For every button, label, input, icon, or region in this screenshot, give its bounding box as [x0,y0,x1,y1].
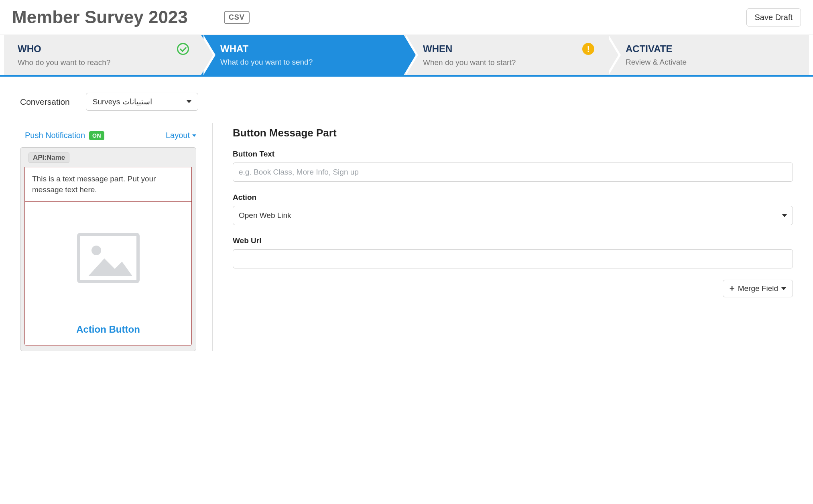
button-message-part[interactable]: Action Button [25,314,191,345]
step-subtitle: Review & Activate [626,58,797,67]
save-draft-button[interactable]: Save Draft [746,8,801,26]
step-title: ACTIVATE [626,43,672,55]
step-subtitle: Who do you want to reach? [18,58,189,67]
warning-circle-icon: ! [582,43,594,55]
conversation-label: Conversation [20,97,70,107]
page-title: Member Survey 2023 [12,7,188,27]
push-notification-link[interactable]: Push Notification [25,131,85,140]
push-on-badge: ON [89,131,104,140]
chevron-down-icon [192,134,196,137]
button-text-field: Button Text [233,150,793,182]
layout-dropdown[interactable]: Layout [166,131,196,140]
step-title: WHEN [423,43,452,55]
plus-icon: + [730,284,735,293]
message-preview-card: API:Name This is a text message part. Pu… [20,147,196,351]
step-subtitle: What do you want to send? [220,58,392,67]
step-title: WHAT [220,43,248,55]
form-column: Button Message Part Button Text Action O… [213,123,793,351]
svg-point-1 [91,246,101,255]
layout-label: Layout [166,131,190,140]
page-header: Member Survey 2023 CSV Save Draft [0,0,813,35]
web-url-input[interactable] [233,249,793,268]
image-message-part[interactable] [25,202,191,314]
action-button-label: Action Button [76,324,140,335]
merge-field-label: Merge Field [738,284,778,293]
action-select[interactable]: Open Web Link [233,206,793,225]
step-title: WHO [18,43,41,55]
conversation-row: Conversation Surveys استبيانات [0,77,813,119]
csv-button[interactable]: CSV [224,11,250,24]
step-who[interactable]: WHO Who do you want to reach? [4,35,201,75]
step-what[interactable]: WHAT What do you want to send? [201,35,404,75]
panel-title: Button Message Part [233,127,793,139]
svg-marker-2 [88,258,132,276]
preview-column: Push Notification ON Layout API:Name Thi… [20,123,213,351]
button-text-label: Button Text [233,150,793,159]
web-url-field: Web Url [233,236,793,268]
step-nav: WHO Who do you want to reach? WHAT What … [0,35,813,77]
merge-field-button[interactable]: + Merge Field [723,280,793,297]
action-selected: Open Web Link [239,211,291,220]
action-label: Action [233,193,793,202]
conversation-select[interactable]: Surveys استبيانات [86,93,198,111]
api-name-badge[interactable]: API:Name [28,152,69,163]
chevron-down-icon [782,214,787,217]
image-placeholder-icon [76,232,140,284]
step-activate[interactable]: ACTIVATE Review & Activate [606,35,809,75]
button-text-input[interactable] [233,163,793,182]
main-area: Push Notification ON Layout API:Name Thi… [0,119,813,367]
action-field: Action Open Web Link [233,193,793,225]
step-subtitle: When do you want to start? [423,58,594,67]
chevron-down-icon [781,287,786,290]
chevron-down-icon [187,100,191,103]
step-when[interactable]: WHEN ! When do you want to start? [404,35,606,75]
check-circle-icon [177,43,189,55]
text-message-part[interactable]: This is a text message part. Put your me… [25,167,191,202]
web-url-label: Web Url [233,236,793,245]
conversation-selected: Surveys استبيانات [93,97,152,106]
